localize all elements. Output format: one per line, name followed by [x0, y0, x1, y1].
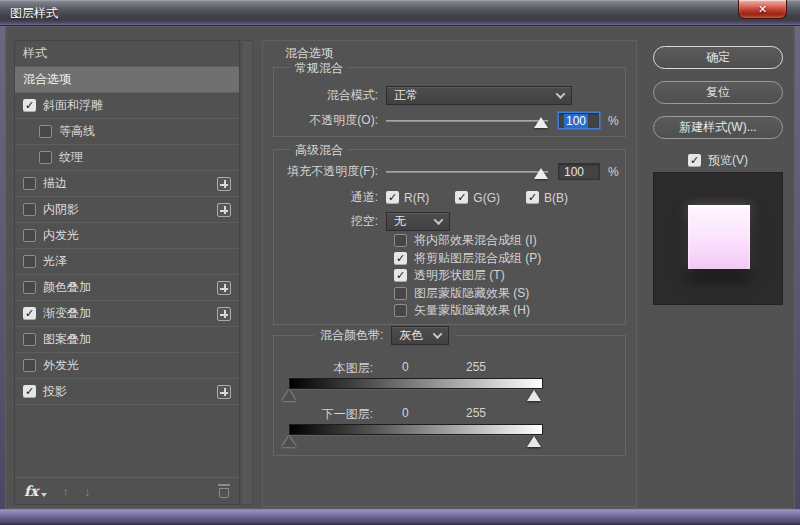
sidebar-effect-item[interactable]: 描边: [15, 171, 239, 197]
effect-label: 内发光: [43, 227, 79, 244]
preview-checkbox[interactable]: ✓: [688, 154, 701, 167]
sidebar-effect-item[interactable]: 等高线: [15, 119, 239, 145]
channel-checkbox-checked[interactable]: ✓: [455, 191, 468, 204]
this-layer-shadow-thumb[interactable]: [282, 390, 296, 401]
option-checkbox-checked[interactable]: ✓: [394, 252, 407, 265]
effect-checkbox-checked[interactable]: ✓: [23, 99, 36, 112]
effect-checkbox-unchecked[interactable]: [23, 229, 36, 242]
sidebar-effect-item[interactable]: ✓ 斜面和浮雕: [15, 93, 239, 119]
sidebar-effect-item[interactable]: 内发光: [15, 223, 239, 249]
knockout-dropdown[interactable]: 无: [386, 212, 450, 231]
ok-button[interactable]: 确定: [653, 46, 783, 69]
advanced-option[interactable]: 将内部效果混合成组 (I): [394, 234, 541, 247]
knockout-value: 无: [394, 213, 406, 230]
effect-checkbox-unchecked[interactable]: [23, 177, 36, 190]
general-blending-legend: 常规混合: [290, 60, 348, 77]
add-effect-icon[interactable]: [217, 385, 231, 399]
blend-mode-dropdown[interactable]: 正常: [386, 86, 572, 105]
slider-thumb-icon[interactable]: [534, 168, 548, 179]
sidebar-item-blending-options[interactable]: 混合选项: [15, 67, 239, 93]
sidebar-scrollbar[interactable]: [241, 40, 253, 505]
option-checkbox-unchecked[interactable]: [394, 234, 407, 247]
channel-checkboxes: ✓ R(R) ✓ G(G) ✓: [386, 191, 594, 205]
option-checkbox-unchecked[interactable]: [394, 287, 407, 300]
advanced-option[interactable]: ✓ 透明形状图层 (T): [394, 269, 541, 282]
opacity-row: 不透明度(O): 100 %: [274, 112, 625, 129]
sidebar-effect-item[interactable]: ✓ 渐变叠加: [15, 301, 239, 327]
sidebar-effect-item[interactable]: 内阴影: [15, 197, 239, 223]
close-button[interactable]: ✕: [738, 0, 787, 19]
blend-if-channel-dropdown[interactable]: 灰色: [391, 326, 449, 345]
option-label: 矢量蒙版隐藏效果 (H): [414, 302, 530, 319]
blend-mode-row: 混合模式: 正常: [274, 86, 625, 105]
channel-toggle[interactable]: ✓ R(R): [386, 191, 429, 205]
effect-checkbox-unchecked[interactable]: [23, 255, 36, 268]
chevron-down-icon: [434, 215, 444, 225]
option-checkbox-unchecked[interactable]: [394, 304, 407, 317]
effect-checkbox-unchecked[interactable]: [39, 151, 52, 164]
channel-toggle[interactable]: ✓ B(B): [526, 191, 568, 205]
effect-checkbox-unchecked[interactable]: [23, 281, 36, 294]
add-effect-icon[interactable]: [217, 203, 231, 217]
close-icon: ✕: [758, 3, 767, 16]
effect-checkbox-checked[interactable]: ✓: [23, 307, 36, 320]
sidebar-effect-list: ✓ 斜面和浮雕 等高线: [15, 93, 239, 405]
window-title: 图层样式: [10, 5, 58, 22]
channel-checkbox-checked[interactable]: ✓: [526, 191, 539, 204]
sidebar-footer: fx ↑ ↓: [15, 477, 239, 504]
effect-label: 图案叠加: [43, 331, 91, 348]
option-checkbox-checked[interactable]: ✓: [394, 269, 407, 282]
fill-opacity-row: 填充不透明度(F): 100 %: [274, 163, 625, 180]
effect-checkbox-checked[interactable]: ✓: [23, 385, 36, 398]
effect-label: 外发光: [43, 357, 79, 374]
delete-effect-button[interactable]: [218, 484, 230, 498]
channel-label: R(R): [404, 191, 429, 205]
sidebar-effect-item[interactable]: 颜色叠加: [15, 275, 239, 301]
blend-if-channel-value: 灰色: [399, 327, 423, 344]
this-layer-label: 本图层:: [334, 360, 373, 377]
advanced-blending-legend: 高级混合: [290, 142, 348, 159]
add-effect-icon[interactable]: [217, 281, 231, 295]
fx-menu-button[interactable]: fx: [24, 484, 47, 498]
general-blending-group: 常规混合 混合模式: 正常 不透明度(O): 100: [273, 67, 626, 137]
move-effect-down-button[interactable]: ↓: [84, 485, 91, 498]
effect-checkbox-unchecked[interactable]: [23, 203, 36, 216]
this-layer-max: 255: [466, 360, 486, 374]
advanced-option[interactable]: ✓ 将剪贴图层混合成组 (P): [394, 252, 541, 265]
effect-checkbox-unchecked[interactable]: [39, 125, 52, 138]
add-effect-icon[interactable]: [217, 177, 231, 191]
reset-button[interactable]: 复位: [653, 81, 783, 104]
move-effect-up-button[interactable]: ↑: [62, 485, 69, 498]
fill-opacity-slider[interactable]: [386, 165, 548, 179]
opacity-percent: %: [608, 114, 619, 128]
sidebar-header-styles: 样式: [15, 41, 239, 67]
underlying-layer-highlight-thumb[interactable]: [527, 436, 541, 447]
advanced-option[interactable]: 矢量蒙版隐藏效果 (H): [394, 304, 541, 317]
opacity-value-field[interactable]: 100: [558, 112, 600, 129]
this-layer-highlight-thumb[interactable]: [527, 390, 541, 401]
slider-thumb-icon[interactable]: [534, 117, 548, 128]
effect-checkbox-unchecked[interactable]: [23, 359, 36, 372]
fill-opacity-value-field[interactable]: 100: [558, 163, 600, 180]
effect-label: 颜色叠加: [43, 279, 91, 296]
add-effect-icon[interactable]: [217, 307, 231, 321]
opacity-slider[interactable]: [386, 114, 548, 128]
effect-label: 投影: [43, 383, 67, 400]
channel-checkbox-checked[interactable]: ✓: [386, 191, 399, 204]
effect-label: 光泽: [43, 253, 67, 270]
preview-swatch: [688, 205, 750, 269]
channel-toggle[interactable]: ✓ G(G): [455, 191, 500, 205]
effect-label: 等高线: [59, 123, 95, 140]
advanced-option[interactable]: 图层蒙版隐藏效果 (S): [394, 287, 541, 300]
sidebar-effect-item[interactable]: ✓ 投影: [15, 379, 239, 405]
sidebar-effect-item[interactable]: 纹理: [15, 145, 239, 171]
underlying-layer-shadow-thumb[interactable]: [282, 436, 296, 447]
option-label: 透明形状图层 (T): [414, 267, 505, 284]
sidebar-effect-item[interactable]: 外发光: [15, 353, 239, 379]
preview-thumbnail: [653, 172, 783, 305]
opacity-label: 不透明度(O):: [274, 112, 386, 129]
effect-checkbox-unchecked[interactable]: [23, 333, 36, 346]
sidebar-effect-item[interactable]: 光泽: [15, 249, 239, 275]
new-style-button[interactable]: 新建样式(W)...: [653, 116, 783, 139]
sidebar-effect-item[interactable]: 图案叠加: [15, 327, 239, 353]
